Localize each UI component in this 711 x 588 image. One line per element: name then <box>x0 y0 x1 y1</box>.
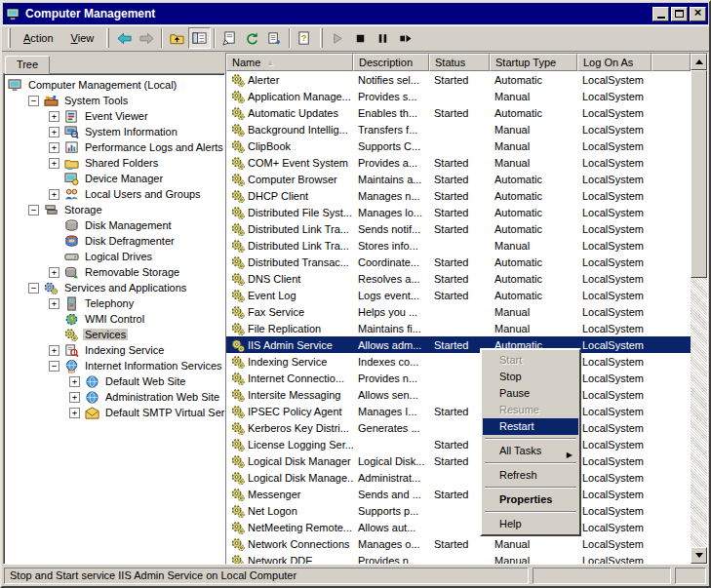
tree-item-services-and-applications[interactable]: −Services and Applications <box>4 280 224 295</box>
service-row-fax-service[interactable]: Fax ServiceHelps you ...ManualLocalSyste… <box>226 303 691 320</box>
properties-button[interactable] <box>218 27 241 49</box>
tree-item-storage[interactable]: −Storage <box>4 202 224 217</box>
tree-item-indexing-service[interactable]: +Indexing Service <box>4 342 224 358</box>
service-row-automatic-updates[interactable]: Automatic UpdatesEnables th...StartedAut… <box>226 104 691 121</box>
service-row-net-logon[interactable]: Net LogonSupports p...LocalSystem <box>226 502 691 519</box>
tree-collapse-toggle[interactable]: − <box>28 283 39 294</box>
minimize-button[interactable] <box>652 7 669 21</box>
tree-collapse-toggle[interactable]: − <box>49 361 59 372</box>
service-row-file-replication[interactable]: File ReplicationMaintains fi...ManualLoc… <box>226 320 691 336</box>
service-row-netmeeting-remote[interactable]: NetMeeting Remote...Allows aut...LocalSy… <box>226 519 691 535</box>
pause-service-button[interactable] <box>372 27 394 49</box>
menu-action[interactable]: Action <box>15 29 62 47</box>
service-row-indexing-service[interactable]: Indexing ServiceIndexes co...LocalSystem <box>226 353 691 370</box>
column-header-description[interactable]: Description <box>353 54 429 71</box>
tree-item-performance-logs-and-alerts[interactable]: +Performance Logs and Alerts <box>4 139 224 155</box>
refresh-button[interactable] <box>241 27 263 49</box>
service-row-distributed-link-tra[interactable]: Distributed Link Tra...Stores info...Man… <box>226 237 691 254</box>
service-row-logical-disk-manage[interactable]: Logical Disk Manage...Administrat...Loca… <box>226 469 691 486</box>
tree-item-event-viewer[interactable]: +Event Viewer <box>4 108 224 124</box>
tree-expand-toggle[interactable]: + <box>49 298 59 309</box>
tree-expand-toggle[interactable]: + <box>49 127 59 137</box>
tree-collapse-toggle[interactable]: − <box>28 96 39 106</box>
tree-expand-toggle[interactable]: + <box>69 408 80 418</box>
tree-item-removable-storage[interactable]: +Removable Storage <box>4 264 224 280</box>
scrollbar-track[interactable] <box>691 70 707 547</box>
service-row-application-manage[interactable]: Application Manage...Provides s...Manual… <box>226 88 691 104</box>
context-menu-item-refresh[interactable]: Refresh <box>483 467 578 484</box>
menu-view[interactable]: View <box>62 29 103 47</box>
tree-expand-toggle[interactable]: + <box>49 267 59 278</box>
tree-item-disk-defragmenter[interactable]: Disk Defragmenter <box>4 233 224 249</box>
tree-item-default-smtp-virtual-server[interactable]: +Default SMTP Virtual Server <box>4 405 224 420</box>
tree-collapse-toggle[interactable]: − <box>28 205 39 216</box>
service-row-computer-browser[interactable]: Computer BrowserMaintains a...StartedAut… <box>226 171 691 187</box>
service-row-ipsec-policy-agent[interactable]: IPSEC Policy AgentManages I...StartedLoc… <box>226 403 691 419</box>
tree-item-default-web-site[interactable]: +Default Web Site <box>4 373 224 389</box>
service-row-distributed-link-tra[interactable]: Distributed Link Tra...Sends notif...Sta… <box>226 220 691 237</box>
tree-expand-toggle[interactable]: + <box>49 345 59 356</box>
tree-item-telephony[interactable]: +Telephony <box>4 295 224 311</box>
tree-expand-toggle[interactable]: + <box>69 376 80 387</box>
tree-item-internet-information-services[interactable]: −Internet Information Services <box>4 358 224 373</box>
tab-tree[interactable]: Tree <box>5 56 50 74</box>
tree-item-device-manager[interactable]: Device Manager <box>4 171 224 186</box>
tree-item-disk-management[interactable]: Disk Management <box>4 217 224 233</box>
service-row-com-event-system[interactable]: COM+ Event SystemProvides a...StartedMan… <box>226 154 691 171</box>
service-row-alerter[interactable]: AlerterNotifies sel...StartedAutomaticLo… <box>226 71 691 88</box>
back-button[interactable] <box>113 27 136 49</box>
service-row-dns-client[interactable]: DNS ClientResolves a...StartedAutomaticL… <box>226 270 691 287</box>
context-menu-item-restart[interactable]: Restart <box>483 418 578 435</box>
service-row-network-connections[interactable]: Network ConnectionsManages o...StartedMa… <box>226 535 691 552</box>
tree-item-local-users-and-groups[interactable]: +Local Users and Groups <box>4 186 224 202</box>
help-button[interactable]: ? <box>294 27 316 49</box>
tree-expand-toggle[interactable]: + <box>49 158 59 169</box>
maximize-button[interactable] <box>671 7 688 21</box>
tree-expand-toggle[interactable]: + <box>49 189 59 200</box>
context-menu-item-all-tasks[interactable]: All Tasks▶ <box>483 443 578 459</box>
tree-item-computer-management-local[interactable]: Computer Management (Local) <box>4 77 224 93</box>
tree-item-logical-drives[interactable]: Logical Drives <box>4 249 224 264</box>
export-list-button[interactable] <box>263 27 286 49</box>
column-header-name[interactable]: Name▲ <box>226 54 353 71</box>
service-row-network-dde[interactable]: Network DDEProvides n...ManualLocalSyste… <box>226 552 691 564</box>
context-menu-item-stop[interactable]: Stop <box>483 369 578 385</box>
scroll-up-button[interactable] <box>691 54 707 70</box>
restart-service-button[interactable] <box>394 27 416 49</box>
tree-expand-toggle[interactable]: + <box>69 392 80 403</box>
service-row-distributed-file-syst[interactable]: Distributed File Syst...Manages lo...Sta… <box>226 204 691 220</box>
service-row-intersite-messaging[interactable]: Intersite MessagingAllows sen...LocalSys… <box>226 386 691 403</box>
service-row-background-intellig[interactable]: Background Intellig...Transfers f...Manu… <box>226 121 691 137</box>
service-row-clipbook[interactable]: ClipBookSupports C...ManualLocalSystem <box>226 137 691 154</box>
service-row-internet-connectio[interactable]: Internet Connectio...Provides n...LocalS… <box>226 370 691 386</box>
service-row-logical-disk-manager[interactable]: Logical Disk ManagerLogical Disk...Start… <box>226 452 691 469</box>
service-row-iis-admin-service[interactable]: IIS Admin ServiceAllows adm...StartedAut… <box>226 336 691 353</box>
stop-service-button[interactable] <box>349 27 372 49</box>
tree-expand-toggle[interactable]: + <box>49 111 59 122</box>
service-row-license-logging-ser[interactable]: License Logging Ser...StartedLocalSystem <box>226 436 691 452</box>
tree-item-shared-folders[interactable]: +Shared Folders <box>4 155 224 171</box>
tree-item-services[interactable]: Services <box>4 327 224 342</box>
tree-item-system-tools[interactable]: −System Tools <box>4 93 224 108</box>
up-one-level-button[interactable] <box>166 27 188 49</box>
scrollbar-thumb[interactable] <box>691 70 707 278</box>
tree-item-administration-web-site[interactable]: +Administration Web Site <box>4 389 224 405</box>
service-row-messenger[interactable]: MessengerSends and ...StartedLocalSystem <box>226 486 691 502</box>
column-header-status[interactable]: Status <box>429 54 490 71</box>
service-row-event-log[interactable]: Event LogLogs event...StartedAutomaticLo… <box>226 287 691 303</box>
service-row-kerberos-key-distri[interactable]: Kerberos Key Distri...Generates ...Local… <box>226 419 691 436</box>
close-button[interactable]: × <box>690 7 706 21</box>
context-menu-item-help[interactable]: Help <box>483 516 578 532</box>
column-header-log-on-as[interactable]: Log On As <box>577 54 652 71</box>
tree-expand-toggle[interactable]: + <box>49 142 59 153</box>
context-menu-item-properties[interactable]: Properties <box>483 491 578 508</box>
service-row-distributed-transac[interactable]: Distributed Transac...Coordinate...Start… <box>226 254 691 270</box>
tree-item-system-information[interactable]: +System Information <box>4 124 224 139</box>
scroll-down-button[interactable] <box>691 547 707 564</box>
column-header-startup-type[interactable]: Startup Type <box>490 54 577 71</box>
tree-item-wmi-control[interactable]: WMI Control <box>4 311 224 327</box>
service-row-dhcp-client[interactable]: DHCP ClientManages n...StartedAutomaticL… <box>226 187 691 204</box>
show-hide-tree-button[interactable] <box>188 27 211 49</box>
vertical-scrollbar[interactable] <box>691 54 707 564</box>
context-menu-item-pause[interactable]: Pause <box>483 385 578 402</box>
